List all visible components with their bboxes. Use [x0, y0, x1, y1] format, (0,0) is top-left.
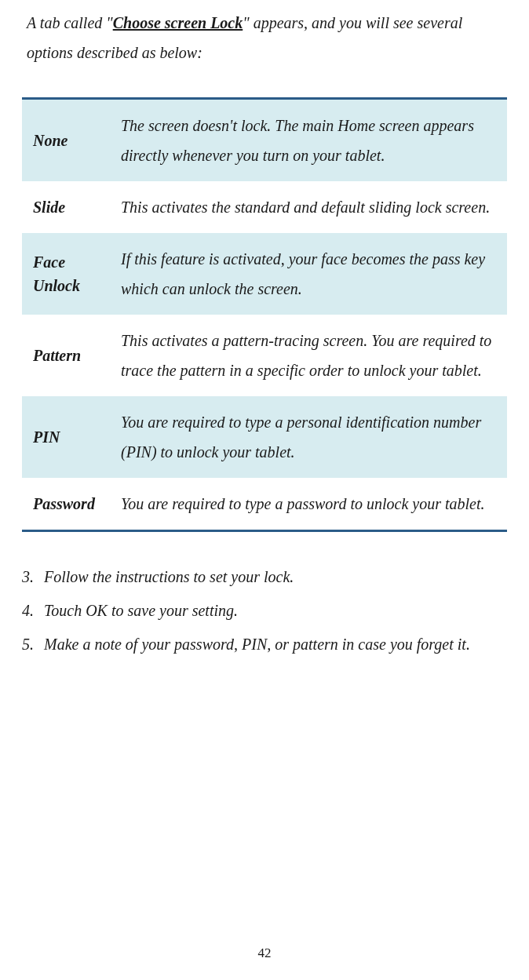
option-description: This activates the standard and default …	[116, 181, 507, 233]
table-row: None The screen doesn't lock. The main H…	[22, 100, 507, 181]
table-row: Slide This activates the standard and de…	[22, 181, 507, 233]
step-item: 5. Make a note of your password, PIN, or…	[22, 629, 507, 660]
option-label: Slide	[22, 181, 116, 233]
step-text: Make a note of your password, PIN, or pa…	[44, 629, 507, 660]
option-description: You are required to type a personal iden…	[116, 396, 507, 478]
table-row: Password You are required to type a pass…	[22, 478, 507, 530]
step-item: 4. Touch OK to save your setting.	[22, 596, 507, 626]
table-row: Pattern This activates a pattern-tracing…	[22, 315, 507, 396]
step-text: Follow the instructions to set your lock…	[44, 562, 507, 592]
option-label: None	[22, 100, 116, 181]
option-label: Password	[22, 478, 116, 530]
page-number: 42	[0, 945, 529, 961]
option-description: You are required to type a password to u…	[116, 478, 507, 530]
step-number: 4.	[22, 596, 44, 626]
option-label: Face Unlock	[22, 233, 116, 315]
step-text: Touch OK to save your setting.	[44, 596, 507, 626]
intro-bold: Choose screen Lock	[113, 14, 243, 31]
table-row: Face Unlock If this feature is activated…	[22, 233, 507, 315]
step-number: 5.	[22, 629, 44, 660]
steps-list: 3. Follow the instructions to set your l…	[22, 562, 507, 660]
option-description: The screen doesn't lock. The main Home s…	[116, 100, 507, 181]
intro-paragraph: A tab called "Choose screen Lock" appear…	[22, 8, 507, 67]
step-item: 3. Follow the instructions to set your l…	[22, 562, 507, 592]
intro-before: A tab called "	[27, 14, 113, 31]
option-label: PIN	[22, 396, 116, 478]
step-number: 3.	[22, 562, 44, 592]
table-row: PIN You are required to type a personal …	[22, 396, 507, 478]
option-description: This activates a pattern-tracing screen.…	[116, 315, 507, 396]
option-label: Pattern	[22, 315, 116, 396]
options-table: None The screen doesn't lock. The main H…	[22, 97, 507, 532]
option-description: If this feature is activated, your face …	[116, 233, 507, 315]
